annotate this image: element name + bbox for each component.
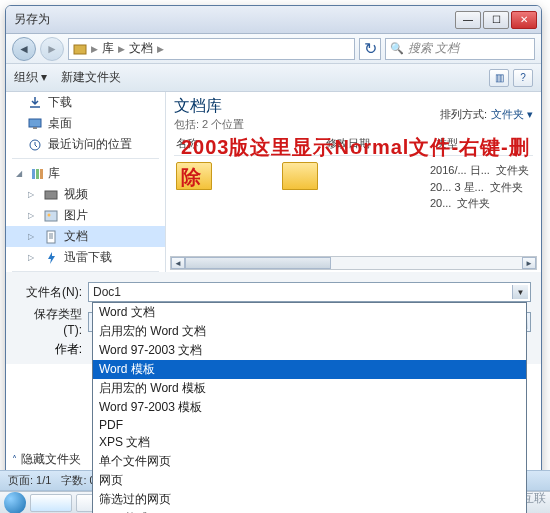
- hide-folders-label: 隐藏文件夹: [21, 451, 81, 468]
- svg-rect-4: [32, 169, 35, 179]
- svg-rect-0: [74, 45, 86, 54]
- file-list-pane: 文档库 包括: 2 个位置 排列方式: 文件夹 ▾ 名称 修改日期 类型 201…: [166, 92, 541, 272]
- search-input[interactable]: 🔍 搜索 文档: [385, 38, 535, 60]
- svg-rect-7: [45, 191, 57, 199]
- titlebar: 另存为 — ☐ ✕: [6, 6, 541, 34]
- sidebar-item-pictures[interactable]: ▷ 图片: [6, 205, 165, 226]
- taskbar-app-ie[interactable]: [30, 494, 72, 512]
- expand-icon: ◢: [16, 169, 26, 178]
- filetype-option[interactable]: 网页: [93, 471, 526, 490]
- start-button[interactable]: [4, 492, 26, 514]
- desktop-icon: [28, 117, 42, 131]
- svg-rect-8: [45, 211, 57, 221]
- video-icon: [44, 188, 58, 202]
- scroll-left-button[interactable]: ◄: [171, 257, 185, 269]
- chevron-up-icon: ˄: [12, 454, 17, 465]
- hide-folders-toggle[interactable]: ˄ 隐藏文件夹: [12, 451, 81, 468]
- crumb-library[interactable]: 库: [102, 40, 114, 57]
- organize-menu[interactable]: 组织 ▾: [14, 69, 47, 86]
- author-label: 作者:: [16, 341, 88, 358]
- sidebar-item-videos[interactable]: ▷ 视频: [6, 184, 165, 205]
- picture-icon: [44, 209, 58, 223]
- breadcrumb[interactable]: ▶ 库 ▶ 文档 ▶: [68, 38, 355, 60]
- svg-point-9: [48, 213, 51, 216]
- filename-value: Doc1: [93, 285, 121, 299]
- view-options-button[interactable]: ▥: [489, 69, 509, 87]
- chevron-down-icon[interactable]: ▼: [512, 285, 528, 299]
- sidebar-item-documents[interactable]: ▷ 文档: [6, 226, 165, 247]
- sort-mode-dropdown[interactable]: 文件夹 ▾: [491, 107, 533, 122]
- window-title: 另存为: [10, 11, 455, 28]
- svg-rect-5: [36, 169, 39, 179]
- recent-icon: [28, 138, 42, 152]
- annotation-overlay: 2003版这里显示Normal文件-右键-删除: [181, 132, 541, 192]
- svg-rect-1: [29, 119, 41, 127]
- expand-icon: ▷: [28, 211, 38, 220]
- document-icon: [44, 230, 58, 244]
- sidebar-item-desktop[interactable]: 桌面: [6, 113, 165, 134]
- sort-label: 排列方式:: [440, 107, 487, 122]
- chevron-right-icon: ▶: [118, 44, 125, 54]
- sidebar-item-label: 下载: [48, 94, 72, 111]
- sidebar-item-label: 视频: [64, 186, 88, 203]
- sidebar-item-downloads[interactable]: 下载: [6, 92, 165, 113]
- filetype-option[interactable]: 单个文件网页: [93, 452, 526, 471]
- svg-rect-10: [47, 231, 55, 243]
- help-button[interactable]: ?: [513, 69, 533, 87]
- chevron-right-icon: ▶: [157, 44, 164, 54]
- sidebar-item-label: 文档: [64, 228, 88, 245]
- filetype-option[interactable]: XPS 文档: [93, 433, 526, 452]
- close-button[interactable]: ✕: [511, 11, 537, 29]
- svg-rect-6: [40, 169, 43, 179]
- chevron-right-icon: ▶: [91, 44, 98, 54]
- scroll-thumb[interactable]: [185, 257, 331, 269]
- filetype-option[interactable]: 启用宏的 Word 模板: [93, 379, 526, 398]
- filetype-option[interactable]: Word 97-2003 文档: [93, 341, 526, 360]
- new-folder-button[interactable]: 新建文件夹: [61, 69, 121, 86]
- filetype-option[interactable]: Word 文档: [93, 303, 526, 322]
- horizontal-scrollbar[interactable]: ◄ ►: [170, 256, 537, 270]
- thunder-icon: [44, 251, 58, 265]
- sidebar-item-thunder[interactable]: ▷ 迅雷下载: [6, 247, 165, 268]
- search-icon: 🔍: [390, 42, 404, 55]
- filetype-options-list[interactable]: Word 文档启用宏的 Word 文档Word 97-2003 文档Word 模…: [92, 302, 527, 513]
- scroll-right-button[interactable]: ►: [522, 257, 536, 269]
- filetype-option[interactable]: RTF 格式: [93, 509, 526, 513]
- sidebar-section-library[interactable]: ◢ 库: [6, 162, 165, 184]
- expand-icon: ▷: [28, 253, 38, 262]
- filetype-option[interactable]: PDF: [93, 417, 526, 433]
- sidebar-item-label: 迅雷下载: [64, 249, 112, 266]
- sidebar: 下载 桌面 最近访问的位置 ◢ 库 ▷ 视频 ▷: [6, 92, 166, 272]
- sidebar-item-label: 桌面: [48, 115, 72, 132]
- minimize-button[interactable]: —: [455, 11, 481, 29]
- crumb-documents[interactable]: 文档: [129, 40, 153, 57]
- back-button[interactable]: ◄: [12, 37, 36, 61]
- library-icon: [30, 167, 44, 181]
- toolbar: 组织 ▾ 新建文件夹 ▥ ?: [6, 64, 541, 92]
- word-count[interactable]: 字数: 0: [61, 473, 95, 488]
- page-indicator[interactable]: 页面: 1/1: [8, 473, 51, 488]
- expand-icon: ▷: [28, 232, 38, 241]
- expand-icon: ▷: [28, 190, 38, 199]
- library-root-icon: [73, 42, 87, 56]
- filetype-option[interactable]: 启用宏的 Word 文档: [93, 322, 526, 341]
- filetype-label: 保存类型(T):: [16, 306, 88, 337]
- filetype-option[interactable]: Word 97-2003 模板: [93, 398, 526, 417]
- refresh-button[interactable]: ↻: [359, 38, 381, 60]
- svg-rect-2: [33, 127, 37, 129]
- filename-label: 文件名(N):: [16, 284, 88, 301]
- filetype-option[interactable]: Word 模板: [93, 360, 526, 379]
- sidebar-item-recent[interactable]: 最近访问的位置: [6, 134, 165, 155]
- navbar: ◄ ► ▶ 库 ▶ 文档 ▶ ↻ 🔍 搜索 文档: [6, 34, 541, 64]
- search-placeholder: 搜索 文档: [408, 40, 459, 57]
- forward-button[interactable]: ►: [40, 37, 64, 61]
- filetype-option[interactable]: 筛选过的网页: [93, 490, 526, 509]
- sidebar-item-label: 最近访问的位置: [48, 136, 132, 153]
- maximize-button[interactable]: ☐: [483, 11, 509, 29]
- library-title: 文档库: [174, 96, 244, 117]
- library-subtitle: 包括: 2 个位置: [174, 117, 244, 132]
- filename-input[interactable]: Doc1 ▼: [88, 282, 531, 302]
- download-icon: [28, 96, 42, 110]
- sidebar-item-label: 库: [48, 165, 60, 182]
- sidebar-item-label: 图片: [64, 207, 88, 224]
